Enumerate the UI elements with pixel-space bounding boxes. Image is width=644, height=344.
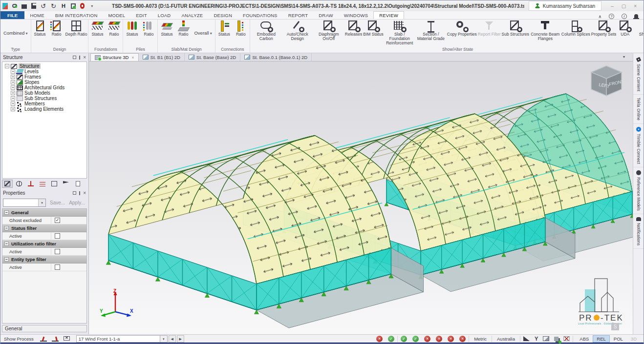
undo-icon[interactable] bbox=[41, 2, 46, 9]
ribbon-button[interactable]: Diaphragm On/Off bbox=[313, 20, 344, 41]
menu-tab[interactable]: EDIT bbox=[130, 11, 152, 19]
section-header-entity-type-filter[interactable]: −Entity type filter bbox=[2, 256, 86, 263]
ribbon-button[interactable]: Ratio bbox=[106, 20, 122, 37]
menu-tab[interactable]: REVIEW bbox=[373, 11, 404, 19]
ribbon-button[interactable]: Overall bbox=[193, 30, 212, 36]
close-panel-icon[interactable] bbox=[83, 190, 86, 196]
coordinate-mode-toggle[interactable]: ABS bbox=[576, 336, 592, 342]
apply-properties-link[interactable]: Apply... bbox=[69, 200, 85, 205]
minimize-button[interactable] bbox=[611, 3, 614, 9]
panel-tab-button[interactable] bbox=[2, 180, 13, 188]
tree-root[interactable]: − Structure bbox=[2, 63, 86, 69]
property-set-combobox[interactable]: ▾ bbox=[3, 199, 46, 207]
ribbon-button[interactable]: Auto/Check Design bbox=[282, 20, 313, 41]
bell-icon[interactable] bbox=[634, 14, 638, 19]
ribbon-button[interactable]: Ratio bbox=[48, 20, 65, 37]
tree-item[interactable]: + Architectural Grids bbox=[2, 85, 86, 90]
panel-tab-button[interactable] bbox=[37, 180, 48, 188]
view-tab[interactable]: St. Base.0.1 (Base.0.1) 2D bbox=[240, 53, 312, 61]
collapse-icon[interactable]: − bbox=[4, 242, 9, 246]
ribbon-button[interactable]: Status bbox=[216, 20, 233, 37]
tree-item[interactable]: + Frames bbox=[2, 74, 86, 80]
menu-tab[interactable]: DRAW bbox=[313, 11, 338, 19]
section-header-status-filter[interactable]: −Status filter bbox=[2, 224, 86, 232]
menu-tab[interactable]: ANALYZE bbox=[176, 11, 208, 19]
coordinate-mode-toggle[interactable]: REL bbox=[593, 336, 609, 342]
collapse-icon[interactable]: − bbox=[4, 210, 9, 215]
record-icon[interactable] bbox=[80, 3, 85, 9]
ribbon-button[interactable]: Combined bbox=[3, 30, 28, 36]
menu-tab[interactable]: WINDOWS bbox=[339, 11, 373, 19]
menu-tab[interactable]: FOUNDATIONS bbox=[237, 11, 283, 19]
info-icon[interactable] bbox=[622, 14, 627, 19]
help-icon[interactable] bbox=[609, 14, 614, 19]
chevron-down-icon[interactable]: ▾ bbox=[160, 335, 168, 343]
close-view-icon[interactable] bbox=[131, 55, 134, 60]
expander-icon[interactable]: − bbox=[5, 64, 9, 68]
ribbon-button[interactable]: Ratio bbox=[175, 20, 192, 37]
region-label[interactable]: Australia bbox=[495, 336, 517, 342]
expander-icon[interactable]: + bbox=[11, 80, 15, 84]
expander-icon[interactable]: + bbox=[11, 107, 15, 111]
expander-icon[interactable]: + bbox=[11, 85, 15, 90]
collapse-icon[interactable]: − bbox=[4, 226, 9, 230]
panel-tab-button[interactable] bbox=[72, 180, 83, 188]
view-tab[interactable]: St. B1 (B1) 2D bbox=[139, 53, 185, 61]
panel-tab-button[interactable] bbox=[61, 180, 71, 188]
expander-icon[interactable]: + bbox=[11, 91, 15, 95]
ribbon-button[interactable]: Sub Structures bbox=[501, 20, 530, 37]
tree-item[interactable]: + Levels bbox=[2, 69, 86, 74]
menu-tab[interactable]: DESIGN bbox=[208, 11, 237, 19]
side-panel-tab[interactable]: Trimble Connect bbox=[633, 124, 644, 167]
ribbon-button[interactable]: Ratio bbox=[233, 20, 249, 37]
quick-access-more-icon[interactable] bbox=[89, 2, 95, 9]
ribbon-button[interactable]: Property Sets bbox=[591, 20, 617, 37]
tree-item[interactable]: + Sub Structures bbox=[2, 96, 86, 101]
tree-item[interactable]: + Loading Elements bbox=[2, 106, 86, 112]
restore-panel-icon[interactable] bbox=[73, 56, 76, 59]
ribbon-button[interactable]: BIM Status bbox=[363, 20, 384, 37]
ribbon-button[interactable]: Status bbox=[32, 20, 48, 37]
ribbon-button[interactable]: Section / Material Grade bbox=[415, 20, 447, 41]
wishbone-icon[interactable] bbox=[535, 336, 538, 342]
pin-panel-icon[interactable] bbox=[79, 191, 80, 195]
side-panel-tab[interactable]: Reference Models bbox=[633, 167, 644, 214]
ribbon-button[interactable]: Depth Ratio bbox=[65, 20, 88, 37]
model-canvas[interactable]: LEFT FRONT Z X Y bbox=[89, 61, 633, 334]
side-panel-tab[interactable]: Notifications bbox=[633, 214, 644, 249]
panel-tab-button[interactable] bbox=[49, 180, 60, 188]
redo-icon[interactable] bbox=[51, 2, 57, 9]
units-label[interactable]: Metric bbox=[472, 336, 489, 342]
view-tab[interactable]: Structure 3D bbox=[90, 53, 139, 61]
expander-icon[interactable]: + bbox=[11, 75, 15, 79]
pin-panel-icon[interactable] bbox=[79, 56, 80, 60]
layers-icon[interactable] bbox=[554, 337, 558, 341]
member-process-alt-icon[interactable] bbox=[52, 336, 59, 342]
ribbon-button[interactable]: Status bbox=[158, 20, 175, 37]
flag-icon[interactable] bbox=[563, 336, 570, 341]
export-icon[interactable] bbox=[71, 3, 76, 9]
expander-icon[interactable]: + bbox=[11, 69, 15, 74]
close-button[interactable] bbox=[634, 3, 637, 9]
member-process-icon[interactable] bbox=[40, 336, 47, 342]
side-panel-tab[interactable]: Scene Content bbox=[633, 54, 644, 95]
loadcase-combobox[interactable]: 17 Wind Front 1-1-a bbox=[76, 335, 160, 343]
expander-icon[interactable]: + bbox=[11, 96, 15, 101]
view-cube[interactable]: LEFT FRONT bbox=[587, 64, 626, 99]
menu-tab[interactable]: REPORT bbox=[283, 11, 314, 19]
view-tabs-menu-icon[interactable] bbox=[623, 55, 629, 59]
chevron-down-icon[interactable]: ▾ bbox=[38, 199, 45, 206]
tree-item[interactable]: + Slopes bbox=[2, 80, 86, 85]
ribbon-button[interactable]: Show/Alter State bbox=[633, 20, 644, 41]
checkbox[interactable] bbox=[55, 249, 60, 254]
close-panel-icon[interactable] bbox=[83, 55, 86, 60]
ribbon-button[interactable]: Report Filter bbox=[477, 20, 501, 37]
ribbon-button[interactable]: Column Splices bbox=[561, 20, 591, 37]
ribbon-button[interactable]: Slab / Foundation Reinforcement bbox=[384, 20, 415, 45]
save-icon[interactable] bbox=[31, 3, 36, 9]
view-tab[interactable]: St. Base (Base) 2D bbox=[185, 53, 240, 61]
ribbon-button[interactable]: Status bbox=[124, 20, 140, 37]
coordinate-mode-toggle[interactable]: 3D bbox=[627, 336, 640, 342]
menu-tab[interactable]: LOAD bbox=[152, 11, 176, 19]
user-account[interactable]: Kumarasamy Sutharsan bbox=[529, 1, 601, 11]
